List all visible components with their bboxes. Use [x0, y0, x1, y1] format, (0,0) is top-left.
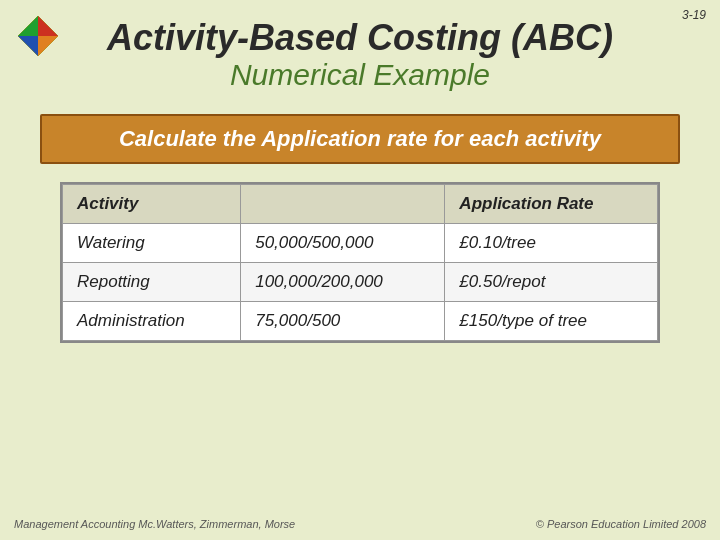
- table-header-row: Activity Application Rate: [63, 184, 658, 223]
- slide: 3-19 Activity-Based Costing (ABC) Numeri…: [0, 0, 720, 540]
- table-cell: 75,000/500: [241, 301, 445, 340]
- table-cell: Watering: [63, 223, 241, 262]
- table-cell: 50,000/500,000: [241, 223, 445, 262]
- footer: Management Accounting Mc.Watters, Zimmer…: [14, 518, 706, 530]
- slide-number: 3-19: [682, 8, 706, 22]
- table-body: Watering50,000/500,000£0.10/treeRepottin…: [63, 223, 658, 340]
- header: Activity-Based Costing (ABC) Numerical E…: [0, 0, 720, 100]
- table-cell: £0.10/tree: [445, 223, 658, 262]
- sub-title: Numerical Example: [0, 58, 720, 92]
- svg-marker-2: [18, 36, 38, 56]
- activity-table: Activity Application Rate Watering50,000…: [62, 184, 658, 341]
- svg-marker-1: [38, 16, 58, 36]
- table-cell: Administration: [63, 301, 241, 340]
- table-cell: 100,000/200,000: [241, 262, 445, 301]
- col-activity: Activity: [63, 184, 241, 223]
- table-cell: £150/type of tree: [445, 301, 658, 340]
- col-rate: Application Rate: [445, 184, 658, 223]
- footer-right: © Pearson Education Limited 2008: [536, 518, 706, 530]
- footer-left: Management Accounting Mc.Watters, Zimmer…: [14, 518, 295, 530]
- logo-area: [14, 12, 62, 60]
- table-cell: Repotting: [63, 262, 241, 301]
- table-container: Activity Application Rate Watering50,000…: [60, 182, 660, 343]
- main-title: Activity-Based Costing (ABC): [0, 18, 720, 58]
- table-cell: £0.50/repot: [445, 262, 658, 301]
- svg-marker-4: [38, 36, 58, 56]
- company-logo-icon: [14, 12, 62, 60]
- table-row: Watering50,000/500,000£0.10/tree: [63, 223, 658, 262]
- col-formula: [241, 184, 445, 223]
- section-label-bar: Calculate the Application rate for each …: [40, 114, 680, 164]
- table-row: Administration75,000/500£150/type of tre…: [63, 301, 658, 340]
- svg-marker-3: [18, 16, 38, 36]
- table-row: Repotting100,000/200,000£0.50/repot: [63, 262, 658, 301]
